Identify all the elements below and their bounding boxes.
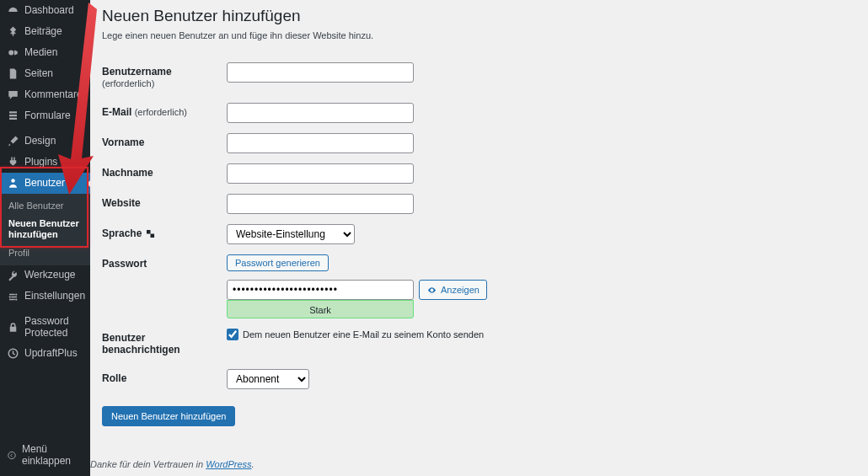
form-icon <box>7 110 19 122</box>
lock-icon <box>7 321 19 334</box>
collapse-label: Menü einklappen <box>22 443 83 467</box>
sidebar-item-label: Beiträge <box>24 26 62 38</box>
sidebar-item-password-protected[interactable]: Password Protected <box>0 312 90 344</box>
language-label: Sprache <box>102 219 227 249</box>
sidebar-item-posts[interactable]: Beiträge <box>0 21 90 42</box>
sidebar-item-settings[interactable]: Einstellungen <box>0 286 90 308</box>
username-input[interactable] <box>227 62 414 83</box>
tool-icon <box>7 270 19 282</box>
sidebar-item-label: Medien <box>24 47 57 59</box>
sidebar-item-label: Seiten <box>24 68 53 80</box>
firstname-label: Vorname <box>102 128 227 158</box>
sidebar-item-media[interactable]: Medien <box>0 42 90 63</box>
sidebar-item-comments[interactable]: Kommentare <box>0 84 90 105</box>
password-label: Passwort <box>102 249 227 324</box>
notify-checkbox-row[interactable]: Dem neuen Benutzer eine E-Mail zu seinem… <box>227 329 487 340</box>
settings-icon <box>7 291 19 303</box>
pin-icon <box>7 25 19 38</box>
language-select[interactable]: Website-Einstellung <box>227 224 355 244</box>
page-title: Neuen Benutzer hinzufügen <box>102 7 856 25</box>
notify-label: Benutzer benachrichtigen <box>102 324 227 364</box>
lastname-input[interactable] <box>227 163 414 184</box>
wordpress-link[interactable]: WordPress <box>206 459 251 469</box>
email-input[interactable] <box>227 103 414 123</box>
sidebar-item-dashboard[interactable]: Dashboard <box>0 0 90 21</box>
page-icon <box>7 67 19 80</box>
admin-sidebar: Dashboard Beiträge Medien Seiten Komment… <box>0 0 90 476</box>
brush-icon <box>7 135 19 147</box>
sidebar-item-label: Kommentare <box>24 89 83 101</box>
website-label: Website <box>102 189 227 219</box>
sidebar-submenu-users: Alle Benutzer Neuen Benutzer hinzufügen … <box>0 194 90 265</box>
translate-icon <box>145 228 156 239</box>
website-input[interactable] <box>227 194 414 214</box>
username-label: Benutzername (erforderlich) <box>102 57 227 98</box>
sidebar-item-label: Dashboard <box>24 5 74 17</box>
add-user-button[interactable]: Neuen Benutzer hinzufügen <box>102 406 235 426</box>
sidebar-item-label: Einstellungen <box>24 291 85 302</box>
lastname-label: Nachname <box>102 158 227 189</box>
plugin-icon <box>7 156 19 168</box>
svg-point-4 <box>15 298 17 300</box>
generate-password-button[interactable]: Passwort generieren <box>227 254 329 271</box>
notify-text: Dem neuen Benutzer eine E-Mail zu seinem… <box>243 329 484 340</box>
show-password-button[interactable]: Anzeigen <box>419 280 487 300</box>
email-label: E-Mail (erforderlich) <box>102 98 227 128</box>
password-strength: Stark <box>227 300 414 318</box>
updraft-icon <box>7 347 19 360</box>
footer-text: Danke für dein Vertrauen in WordPress. <box>90 459 255 469</box>
sidebar-item-label: UpdraftPlus <box>24 348 78 360</box>
media-icon <box>7 46 19 59</box>
dashboard-icon <box>7 4 19 17</box>
password-input[interactable] <box>227 280 414 300</box>
collapse-icon <box>7 449 17 462</box>
svg-point-3 <box>9 296 11 297</box>
submenu-item-profile[interactable]: Profil <box>0 244 90 262</box>
sidebar-item-label: Werkzeuge <box>24 270 75 281</box>
sidebar-item-tools[interactable]: Werkzeuge <box>0 265 90 286</box>
eye-icon <box>426 285 437 296</box>
sidebar-item-label: Plugins <box>24 157 57 168</box>
sidebar-item-forms[interactable]: Formulare <box>0 105 90 126</box>
page-description: Lege einen neuen Benutzer an und füge ih… <box>102 30 856 40</box>
submenu-item-add-user[interactable]: Neuen Benutzer hinzufügen <box>0 215 90 243</box>
main-content: Neuen Benutzer hinzufügen Lege einen neu… <box>90 0 868 476</box>
sidebar-item-design[interactable]: Design <box>0 131 90 152</box>
add-user-form: Benutzername (erforderlich) E-Mail (erfo… <box>102 57 487 394</box>
svg-point-6 <box>8 452 15 458</box>
user-icon <box>7 177 19 190</box>
svg-point-2 <box>15 293 17 295</box>
role-select[interactable]: Abonnent <box>227 369 309 389</box>
collapse-menu-button[interactable]: Menü einklappen <box>0 439 90 471</box>
svg-point-0 <box>8 51 13 56</box>
sidebar-item-updraftplus[interactable]: UpdraftPlus <box>0 343 90 364</box>
sidebar-item-plugins[interactable]: Plugins <box>0 152 90 173</box>
notify-checkbox[interactable] <box>227 329 238 340</box>
sidebar-item-label: Formulare <box>24 110 71 122</box>
sidebar-item-label: Design <box>24 136 56 147</box>
sidebar-item-users[interactable]: Benutzer <box>0 173 90 194</box>
sidebar-item-pages[interactable]: Seiten <box>0 63 90 84</box>
sidebar-item-label: Password Protected <box>24 316 83 340</box>
firstname-input[interactable] <box>227 133 414 153</box>
submenu-item-all-users[interactable]: Alle Benutzer <box>0 197 90 215</box>
role-label: Rolle <box>102 364 227 394</box>
sidebar-item-label: Benutzer <box>24 178 65 190</box>
comment-icon <box>7 88 19 101</box>
svg-point-1 <box>11 179 15 183</box>
